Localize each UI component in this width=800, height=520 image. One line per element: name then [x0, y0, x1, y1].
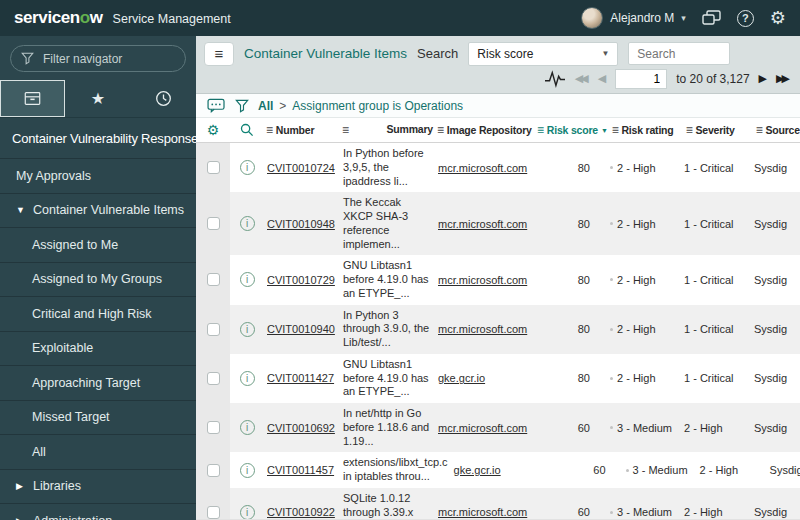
sidebar-item-assigned-to-me[interactable]: Assigned to Me — [0, 227, 196, 262]
help-question-mark: ? — [742, 12, 749, 24]
sidebar-item-all[interactable]: All — [0, 434, 196, 469]
sidebar-item-missed-target[interactable]: Missed Target — [0, 400, 196, 435]
field-status-dot — [610, 166, 613, 169]
comments-icon[interactable] — [207, 98, 226, 113]
record-number-link[interactable]: CVIT0010922 — [267, 506, 335, 518]
record-number-link[interactable]: CVIT0010692 — [267, 422, 335, 434]
gear-glyph: ⚙ — [207, 123, 220, 137]
filter-navigator[interactable] — [10, 45, 186, 72]
column-header-number[interactable]: ≡ Number — [264, 123, 340, 137]
row-checkbox-cell — [196, 192, 230, 255]
record-number-link[interactable]: CVIT0011427 — [267, 372, 334, 384]
clock-icon — [155, 90, 172, 107]
tab-favorites[interactable]: ★ — [65, 80, 130, 117]
source-value: Sysdig — [754, 372, 787, 384]
logo-text-end: w — [90, 8, 103, 27]
risk-rating-value: 2 - High — [617, 218, 656, 230]
list-title-link[interactable]: Container Vulnerable Items — [244, 46, 407, 61]
info-icon[interactable]: i — [240, 322, 255, 337]
row-checkbox-cell — [196, 143, 230, 192]
settings-gear-icon[interactable]: ⚙ — [770, 9, 786, 27]
app-name: Service Management — [113, 12, 231, 26]
filter-funnel-icon[interactable] — [235, 99, 249, 113]
filter-navigator-input[interactable] — [41, 51, 175, 67]
field-status-dot — [610, 426, 613, 429]
activity-stream-icon[interactable] — [544, 69, 566, 89]
column-header-severity[interactable]: ≡ Severity — [684, 123, 754, 137]
risk-score-cell: 60 — [535, 403, 607, 452]
previous-page-button[interactable]: ◀ — [598, 72, 606, 85]
row-checkbox[interactable] — [207, 217, 220, 230]
column-header-source[interactable]: ≡ Source — [754, 123, 800, 137]
row-checkbox[interactable] — [207, 161, 220, 174]
image-repository-link[interactable]: mcr.microsoft.com — [438, 162, 527, 174]
list-search-input[interactable] — [628, 42, 730, 65]
image-repository-link[interactable]: mcr.microsoft.com — [438, 218, 527, 230]
row-checkbox[interactable] — [207, 323, 220, 336]
sidebar-item-container-vulnerable-items[interactable]: ▼ Container Vulnerable Items — [0, 193, 196, 228]
info-icon[interactable]: i — [240, 160, 255, 175]
page-number-input[interactable] — [615, 69, 667, 89]
sidebar-item-approaching-target[interactable]: Approaching Target — [0, 365, 196, 400]
column-header-summary[interactable]: ≡ Summary — [340, 123, 435, 138]
info-icon[interactable]: i — [240, 420, 255, 435]
info-icon[interactable]: i — [240, 505, 255, 519]
sidebar-item-administration[interactable]: ▶ Administration — [0, 503, 196, 520]
image-repository-link[interactable]: mcr.microsoft.com — [438, 422, 527, 434]
sidebar-item-exploitable[interactable]: Exploitable — [0, 331, 196, 366]
record-number-link[interactable]: CVIT0010729 — [267, 274, 335, 286]
risk-score-value: 80 — [578, 218, 590, 230]
first-page-button[interactable]: ◀◀ — [575, 72, 589, 85]
row-checkbox[interactable] — [207, 421, 220, 434]
breadcrumb-condition-link[interactable]: Assignment group is Operations — [292, 99, 463, 113]
source-cell: Sysdig — [751, 354, 800, 403]
table-row: i CVIT0010729 GNU Libtasn1 before 4.19.0… — [196, 255, 800, 304]
column-menu-icon: ≡ — [537, 123, 544, 137]
source-value: Sysdig — [754, 506, 787, 518]
tab-history[interactable] — [131, 80, 196, 117]
breadcrumb-all-link[interactable]: All — [258, 99, 273, 113]
sidebar-item-libraries[interactable]: ▶ Libraries — [0, 469, 196, 504]
row-checkbox[interactable] — [207, 506, 220, 519]
summary-text: extensions/libxt_tcp.c in iptables throu… — [343, 456, 448, 484]
row-checkbox-cell — [196, 354, 230, 403]
next-page-button[interactable]: ▶ — [759, 72, 767, 85]
record-number-link[interactable]: CVIT0011457 — [267, 464, 334, 476]
info-icon[interactable]: i — [240, 371, 255, 386]
row-checkbox[interactable] — [207, 464, 220, 477]
list-context-menu-button[interactable]: ≡ — [204, 42, 234, 66]
help-icon[interactable]: ? — [737, 10, 754, 27]
severity-value: 1 - Critical — [684, 162, 734, 174]
image-repository-link[interactable]: mcr.microsoft.com — [438, 323, 527, 335]
conversations-icon[interactable] — [702, 10, 721, 26]
severity-cell: 1 - Critical — [681, 354, 751, 403]
record-number-link[interactable]: CVIT0010948 — [267, 218, 335, 230]
row-checkbox-cell — [196, 255, 230, 304]
info-icon[interactable]: i — [240, 463, 255, 478]
row-checkbox[interactable] — [207, 372, 220, 385]
column-header-repo[interactable]: ≡ Image Repository — [435, 123, 535, 137]
search-field-select[interactable]: Risk score ▼ — [468, 42, 618, 66]
column-search-icon[interactable] — [230, 123, 264, 137]
column-header-rating[interactable]: ≡ Risk rating — [610, 123, 684, 137]
tab-all-applications[interactable] — [0, 80, 65, 117]
image-repository-link[interactable]: mcr.microsoft.com — [438, 274, 527, 286]
list-personalize-gear-icon[interactable]: ⚙ — [196, 123, 230, 137]
user-menu[interactable]: Alejandro M ▾ — [581, 7, 686, 29]
summary-cell: In net/http in Go before 1.18.6 and 1.19… — [340, 403, 435, 452]
row-checkbox[interactable] — [207, 273, 220, 286]
record-number-link[interactable]: CVIT0010724 — [267, 162, 335, 174]
sidebar-item-my-approvals[interactable]: My Approvals — [0, 158, 196, 193]
sidebar-item-critical-and-high-risk[interactable]: Critical and High Risk — [0, 296, 196, 331]
last-page-button[interactable]: ▶▶ — [776, 72, 790, 85]
sidebar-item-assigned-to-my-groups[interactable]: Assigned to My Groups — [0, 262, 196, 297]
image-repository-link[interactable]: gke.gcr.io — [454, 464, 501, 476]
column-header-score[interactable]: ≡ Risk score ▼ — [535, 123, 610, 137]
image-repository-link[interactable]: gke.gcr.io — [438, 372, 485, 384]
record-number-link[interactable]: CVIT0010940 — [267, 323, 335, 335]
image-repository-link[interactable]: mcr.microsoft.com — [438, 506, 527, 518]
info-icon[interactable]: i — [240, 272, 255, 287]
info-icon[interactable]: i — [240, 216, 255, 231]
summary-text: GNU Libtasn1 before 4.19.0 has an ETYPE_… — [343, 259, 432, 300]
risk-rating-cell: 2 - High — [607, 255, 681, 304]
